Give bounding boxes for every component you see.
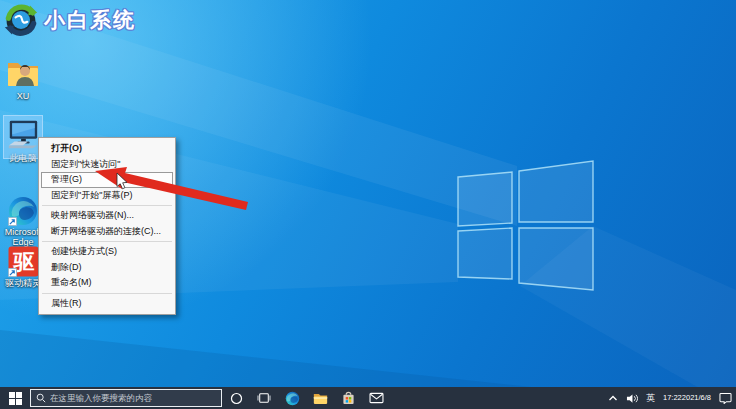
menu-item-open[interactable]: 打开(O) (41, 141, 173, 157)
system-tray: 英 17:22 2021/6/8 (604, 387, 736, 409)
taskbar: 英 17:22 2021/6/8 (0, 387, 736, 409)
store-button[interactable] (334, 387, 362, 409)
hidden-icons-button[interactable] (604, 387, 622, 409)
user-folder-icon (6, 58, 40, 90)
edge-taskbar-button[interactable] (278, 387, 306, 409)
ime-indicator[interactable]: 英 (642, 387, 659, 409)
start-button[interactable] (0, 387, 30, 409)
file-explorer-icon (313, 392, 328, 405)
shortcut-arrow-badge (8, 268, 17, 277)
menu-separator (42, 293, 172, 294)
file-explorer-button[interactable] (306, 387, 334, 409)
desktop-icon-label: XU (0, 91, 46, 101)
shortcut-arrow-badge (8, 217, 17, 226)
menu-item-pin-to-start[interactable]: 固定到"开始"屏幕(P) (41, 188, 173, 204)
desktop-icon-user-folder[interactable]: XU (0, 58, 46, 101)
menu-item-create-shortcut[interactable]: 创建快捷方式(S) (41, 244, 173, 260)
menu-item-map-network-drive[interactable]: 映射网络驱动器(N)... (41, 208, 173, 224)
speaker-icon (626, 393, 638, 404)
menu-item-delete[interactable]: 删除(D) (41, 260, 173, 276)
cortana-icon (230, 392, 243, 405)
search-input[interactable] (50, 393, 210, 403)
clock-time: 17:22 (663, 394, 682, 403)
search-icon (36, 393, 46, 403)
chevron-up-icon (608, 394, 618, 402)
menu-separator (42, 205, 172, 206)
action-center-button[interactable] (715, 387, 736, 409)
menu-item-pin-quick-access[interactable]: 固定到"快速访问" (41, 157, 173, 173)
watermark-text: 小白系统 (44, 6, 136, 34)
menu-item-rename[interactable]: 重命名(M) (41, 275, 173, 291)
this-pc-icon (6, 118, 40, 152)
store-icon (342, 391, 355, 405)
menu-item-manage[interactable]: 管理(G) (41, 172, 173, 188)
task-view-button[interactable] (250, 387, 278, 409)
taskbar-search[interactable] (30, 389, 222, 407)
volume-button[interactable] (622, 387, 642, 409)
mail-icon (369, 392, 384, 404)
mail-button[interactable] (362, 387, 390, 409)
windows-start-icon (9, 392, 22, 405)
menu-item-properties[interactable]: 属性(R) (41, 296, 173, 312)
xiaobai-logo-icon (3, 2, 39, 38)
context-menu: 打开(O) 固定到"快速访问" 管理(G) 固定到"开始"屏幕(P) 映射网络驱… (38, 137, 176, 315)
watermark-brand: 小白系统 (3, 2, 136, 38)
taskbar-clock[interactable]: 17:22 2021/6/8 (659, 387, 715, 409)
clock-date: 2021/6/8 (682, 394, 711, 403)
task-view-icon (257, 392, 271, 404)
cortana-button[interactable] (222, 387, 250, 409)
notification-icon (719, 392, 732, 404)
menu-item-disconnect-network-drive[interactable]: 断开网络驱动器的连接(C)... (41, 224, 173, 240)
menu-separator (42, 241, 172, 242)
edge-icon (285, 391, 300, 406)
